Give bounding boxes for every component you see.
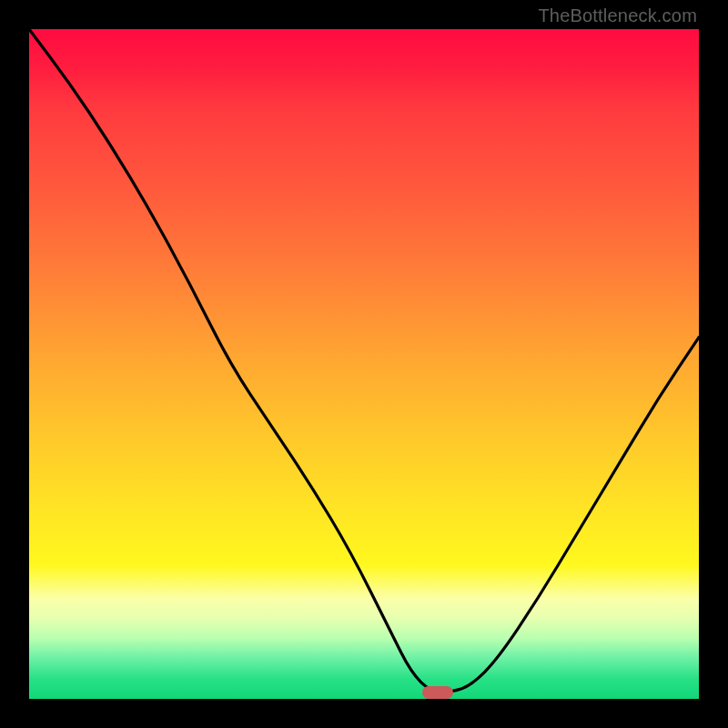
chart-container: TheBottleneck.com: [0, 0, 728, 728]
attribution-label: TheBottleneck.com: [538, 5, 697, 26]
optimal-marker-icon: [422, 686, 453, 699]
plot-area: [29, 29, 699, 699]
bottleneck-curve: [29, 29, 699, 699]
